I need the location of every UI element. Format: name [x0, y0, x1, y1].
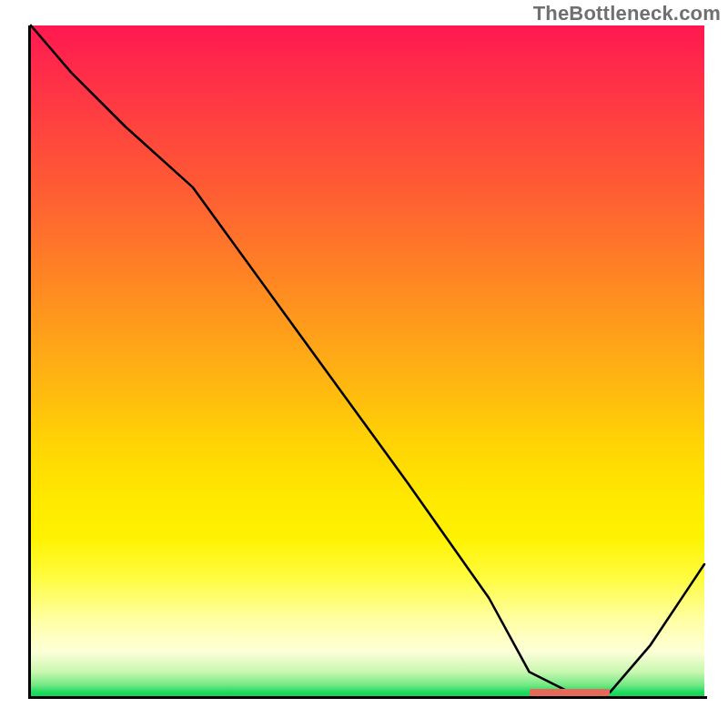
y-axis-line [28, 25, 31, 699]
plot-area [31, 25, 704, 699]
bottleneck-curve [31, 25, 704, 699]
x-axis-line [28, 696, 707, 699]
optimal-range-marker [530, 689, 611, 696]
chart-canvas: TheBottleneck.com [0, 0, 728, 728]
watermark-label: TheBottleneck.com [533, 2, 721, 25]
